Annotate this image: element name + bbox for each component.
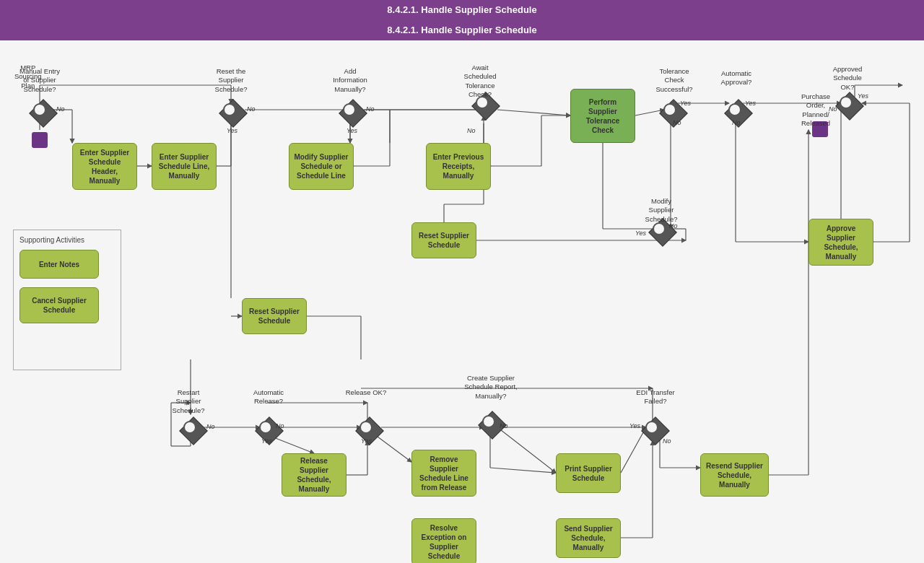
activity-resolve-exception: ResolveException onSupplierSchedule — [411, 518, 476, 563]
connector-d8 — [653, 222, 666, 235]
yn-d6-yes: Yes — [745, 100, 756, 107]
yn-d5-no: No — [673, 119, 681, 126]
svg-line-23 — [497, 110, 570, 115]
activity-reset-middle: Reset SupplierSchedule — [411, 222, 476, 258]
activity-enter-receipts: Enter PreviousReceipts,Manually — [426, 143, 491, 190]
supporting-box: Supporting Activities Enter Notes Cancel… — [13, 230, 121, 370]
svg-line-76 — [621, 427, 646, 473]
connector-d3 — [343, 103, 356, 116]
svg-line-67 — [490, 468, 556, 473]
connector-d9 — [183, 421, 196, 434]
label-manual-entry: Manual Entryof SupplierSchedule? — [14, 67, 65, 94]
title-bar-inner: 8.4.2.1. Handle Supplier Schedule — [0, 20, 924, 40]
label-release-ok: Release OK? — [343, 388, 389, 397]
label-reset-supplier: Reset theSupplierSchedule? — [206, 67, 256, 94]
label-approved-ok: ApprovedScheduleOK? — [824, 65, 871, 92]
yn-d10-no: No — [276, 422, 284, 429]
mrp-terminal — [32, 132, 48, 148]
activity-tolerance-check: PerformSupplierToleranceCheck — [570, 89, 635, 143]
title-bar: 8.4.2.1. Handle Supplier Schedule — [0, 0, 924, 20]
diagram-area: 8.4.2.1. Handle Supplier Schedule MRPSou… — [0, 20, 924, 563]
label-auto-release: AutomaticRelease? — [245, 388, 292, 406]
connector-d10 — [259, 421, 272, 434]
yn-d12-no: No — [500, 422, 508, 429]
yn-d7-yes: Yes — [858, 92, 868, 100]
connector-d4 — [476, 96, 489, 109]
connector-d1 — [33, 103, 46, 116]
yn-d10-yes: Yes — [261, 437, 272, 445]
connector-1 — [663, 103, 676, 116]
label-edi-failed: EDI TransferFailed? — [630, 388, 681, 406]
connector-d2 — [223, 103, 236, 116]
activity-reset-lower: Reset SupplierSchedule — [242, 298, 307, 334]
connector-d12 — [482, 415, 495, 428]
yn-d13-no: No — [663, 437, 671, 445]
activity-modify-schedule: Modify SupplierSchedule orSchedule Line — [289, 143, 354, 190]
yn-d11-yes: Yes — [361, 437, 372, 445]
yn-d5-yes: Yes — [680, 100, 691, 107]
label-create-report: Create SupplierSchedule Report,Manually? — [459, 374, 523, 401]
yn-d2-no: No — [247, 105, 256, 113]
yn-d3-yes: Yes — [346, 127, 357, 134]
activity-resend-schedule: Resend SupplierSchedule,Manually — [700, 453, 769, 497]
activity-enter-notes: Enter Notes — [19, 250, 99, 279]
activity-enter-line: Enter SupplierSchedule Line,Manually — [152, 143, 217, 190]
activity-send-schedule: Send SupplierSchedule,Manually — [556, 518, 621, 558]
activity-approve-schedule: ApproveSupplierSchedule,Manually — [808, 219, 873, 266]
svg-line-65 — [497, 427, 556, 473]
label-add-info: AddInformationManually? — [325, 67, 375, 94]
activity-enter-header: Enter SupplierScheduleHeader,Manually — [72, 143, 137, 190]
yn-d7-no: No — [829, 105, 837, 113]
yn-d3-no: No — [366, 105, 375, 113]
connector-3 — [840, 96, 853, 109]
yn-d8-yes: Yes — [635, 230, 646, 237]
activity-print-schedule: Print SupplierSchedule — [556, 453, 621, 493]
svg-line-62 — [375, 435, 411, 462]
label-auto-approval: AutomaticApproval? — [713, 69, 759, 87]
label-tolerance-success: ToleranceCheckSuccessful? — [648, 67, 700, 94]
yn-d4-no: No — [467, 127, 476, 134]
label-restart: RestartSupplierSchedule? — [162, 388, 215, 415]
activity-cancel-schedule: Cancel SupplierSchedule — [19, 287, 99, 323]
yn-d13-yes: Yes — [629, 422, 640, 429]
supporting-title: Supporting Activities — [19, 236, 115, 244]
yn-d9-no: No — [206, 423, 215, 430]
yn-d2-yes: Yes — [227, 127, 237, 134]
po-label: PurchaseOrder,Planned/Released — [801, 92, 830, 128]
yn-d1-no: No — [56, 105, 65, 113]
connector-d13 — [645, 421, 658, 434]
yn-d8-no: No — [669, 222, 678, 230]
activity-remove-line: RemoveSupplierSchedule Linefrom Release — [411, 450, 476, 497]
connector-2 — [728, 103, 741, 116]
label-modify-supplier: ModifySupplierSchedule? — [635, 197, 687, 224]
label-await-tolerance: AwaitScheduledToleranceCheck? — [451, 64, 509, 99]
connector-d11 — [359, 421, 372, 434]
activity-release-schedule: Release SupplierSchedule,Manually — [282, 453, 346, 497]
yn-d6-no: No — [732, 119, 741, 126]
